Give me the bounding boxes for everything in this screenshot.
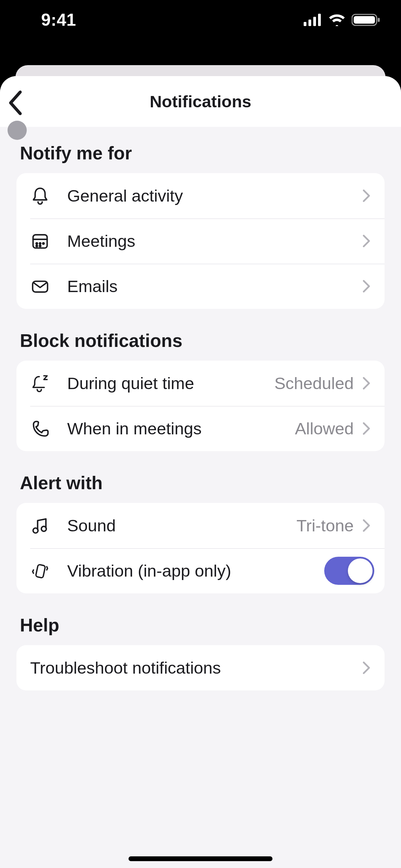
- chevron-right-icon: [362, 279, 371, 293]
- svg-rect-5: [354, 16, 375, 24]
- row-label: General activity: [67, 186, 362, 205]
- home-indicator[interactable]: [129, 856, 272, 861]
- svg-point-13: [39, 245, 41, 247]
- svg-rect-17: [36, 564, 46, 578]
- chevron-right-icon: [362, 661, 371, 675]
- group-alert: Sound Tri-tone: [16, 503, 385, 593]
- svg-point-15: [33, 528, 38, 533]
- row-value: Scheduled: [274, 374, 354, 393]
- status-bar: 9:41: [0, 0, 401, 39]
- row-quiet-time[interactable]: During quiet time Scheduled: [16, 361, 385, 406]
- row-emails[interactable]: Emails: [16, 264, 385, 309]
- page-title: Notifications: [150, 92, 252, 111]
- section-title-alert: Alert with: [16, 472, 385, 493]
- chevron-right-icon: [362, 189, 371, 203]
- row-label: Vibration (in-app only): [67, 561, 324, 580]
- nav-header: Notifications: [0, 76, 401, 127]
- svg-rect-6: [378, 18, 380, 22]
- row-meetings[interactable]: Meetings: [16, 218, 385, 264]
- row-troubleshoot[interactable]: Troubleshoot notifications: [16, 645, 385, 690]
- back-button[interactable]: [8, 91, 36, 121]
- row-label: Emails: [67, 277, 362, 296]
- row-general-activity[interactable]: General activity: [16, 173, 385, 218]
- group-help: Troubleshoot notifications: [16, 645, 385, 690]
- row-label: Troubleshoot notifications: [30, 658, 362, 677]
- row-label: When in meetings: [67, 419, 295, 438]
- row-vibration: Vibration (in-app only): [16, 548, 385, 593]
- phone-icon: [30, 419, 67, 438]
- cellular-icon: [304, 14, 322, 26]
- chevron-right-icon: [362, 376, 371, 390]
- battery-icon: [352, 13, 380, 26]
- svg-rect-2: [313, 17, 316, 26]
- svg-point-12: [36, 245, 37, 247]
- row-when-in-meetings[interactable]: When in meetings Allowed: [16, 406, 385, 451]
- svg-point-16: [41, 526, 47, 531]
- chevron-right-icon: [362, 422, 371, 435]
- calendar-icon: [30, 231, 67, 251]
- nav-indicator-dot: [8, 121, 27, 140]
- status-indicators: [304, 13, 380, 26]
- chevron-right-icon: [362, 519, 371, 532]
- row-value: Allowed: [295, 419, 354, 438]
- row-label: Meetings: [67, 231, 362, 251]
- bell-snooze-icon: [30, 373, 67, 393]
- section-title-notify: Notify me for: [16, 143, 385, 164]
- settings-sheet: Notifications Notify me for: [0, 76, 401, 868]
- svg-rect-0: [304, 22, 306, 26]
- vibration-toggle[interactable]: [324, 557, 374, 585]
- bell-icon: [30, 186, 67, 206]
- chevron-right-icon: [362, 234, 371, 248]
- row-label: Sound: [67, 516, 296, 535]
- svg-point-11: [43, 243, 44, 244]
- mail-icon: [30, 276, 67, 296]
- status-time: 9:41: [0, 10, 76, 30]
- wifi-icon: [328, 14, 345, 26]
- section-title-help: Help: [16, 615, 385, 636]
- group-block: During quiet time Scheduled: [16, 361, 385, 451]
- svg-point-9: [36, 243, 37, 244]
- row-sound[interactable]: Sound Tri-tone: [16, 503, 385, 548]
- row-label: During quiet time: [67, 374, 274, 393]
- svg-point-10: [39, 243, 41, 244]
- svg-rect-3: [318, 14, 321, 26]
- vibration-icon: [30, 561, 67, 581]
- row-value: Tri-tone: [296, 516, 354, 535]
- group-notify-me-for: General activity: [16, 173, 385, 309]
- svg-rect-1: [308, 20, 311, 26]
- music-icon: [30, 516, 67, 535]
- section-title-block: Block notifications: [16, 330, 385, 351]
